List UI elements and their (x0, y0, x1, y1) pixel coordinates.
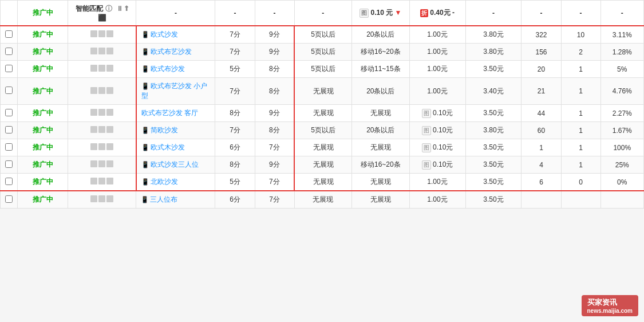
keyword-link[interactable]: 欧式布艺沙发 小户型 (141, 82, 207, 100)
img-block (90, 143, 97, 150)
row-keyword-cell: 欧式布艺沙发 (136, 44, 215, 61)
row-pos1: 无展现 (294, 191, 351, 209)
main-table-container: 推广中 智能匹配 ⓘ ⏸ ⬆ ⬛ - - - - 图 0.10 元 ▼ (0, 0, 644, 209)
row-num2: 0 (561, 174, 600, 191)
row-checkbox[interactable] (5, 109, 13, 116)
row-img-cell (68, 122, 136, 139)
row-img-cell (68, 174, 136, 191)
row-checkbox-cell[interactable] (1, 61, 18, 78)
keyword-link[interactable]: 欧式布艺沙发 (151, 48, 192, 56)
row-score1: 5分 (215, 174, 255, 191)
header-price2: 折 0.40元 - (409, 1, 465, 26)
row-status: 推广中 (18, 78, 68, 105)
row-rate (600, 191, 643, 209)
header-checkbox-cell (1, 1, 18, 26)
status-label: 推广中 (33, 65, 53, 73)
row-num1: 4 (521, 156, 561, 174)
export-icon[interactable]: ⬆ (125, 5, 128, 13)
img-thumbnails (90, 143, 113, 150)
row-status: 推广中 (18, 122, 68, 139)
info-icon[interactable]: ⓘ (105, 5, 112, 13)
header-price1: 图 0.10 元 ▼ (352, 1, 409, 26)
row-checkbox-cell[interactable] (1, 174, 18, 191)
row-score2: 7分 (255, 174, 294, 191)
row-rate: 5% (600, 61, 643, 78)
row-score1: 7分 (215, 78, 255, 105)
row-checkbox[interactable] (5, 195, 13, 203)
row-checkbox-cell[interactable] (1, 122, 18, 139)
row-checkbox-cell[interactable] (1, 139, 18, 156)
row-num2: 10 (561, 26, 600, 44)
img-thumbnails (90, 126, 113, 133)
more-icon[interactable]: ⬛ (98, 14, 106, 22)
keyword-link[interactable]: 欧式沙发三人位 (151, 160, 199, 168)
header-img-label: 智能匹配 (76, 5, 103, 13)
img-block (106, 65, 113, 72)
img-block (106, 30, 113, 37)
img-block (98, 126, 105, 133)
table-row: 推广中欧式木沙发6分7分无展现无展现图 0.10元3.50元11100% (1, 139, 644, 156)
row-checkbox-cell[interactable] (1, 78, 18, 105)
img-block (90, 87, 97, 94)
keyword-link[interactable]: 欧式木沙发 (151, 143, 185, 151)
row-score1: 6分 (215, 191, 255, 209)
row-rate: 100% (600, 139, 643, 156)
img-block (98, 30, 105, 37)
row-checkbox-cell[interactable] (1, 191, 18, 209)
row-num2: 2 (561, 44, 600, 61)
row-checkbox[interactable] (5, 160, 13, 168)
pause-icon[interactable]: ⏸ (116, 5, 123, 13)
row-checkbox-cell[interactable] (1, 156, 18, 174)
keyword-link[interactable]: 三人位布 (150, 195, 177, 203)
table-row: 推广中欧式沙发7分9分5页以后20条以后1.00元3.80元322103.11% (1, 26, 644, 44)
row-checkbox-cell[interactable] (1, 44, 18, 61)
row-img-cell (68, 105, 136, 122)
row-score2: 9分 (255, 156, 294, 174)
img-block (106, 109, 113, 116)
table-row: 推广中欧式布艺沙发 客厅8分9分无展现无展现图 0.10元3.50元4412.2… (1, 105, 644, 122)
img-thumbnails (90, 109, 113, 116)
row-checkbox[interactable] (5, 87, 13, 94)
row-checkbox[interactable] (5, 126, 13, 133)
img-block (90, 195, 97, 202)
row-checkbox-cell[interactable] (1, 26, 18, 44)
mobile-icon (141, 143, 151, 151)
mobile-icon (141, 65, 151, 73)
row-price1: 1.00元 (409, 174, 465, 191)
status-label: 推广中 (33, 30, 53, 38)
row-num1 (521, 191, 561, 209)
status-label: 推广中 (33, 126, 53, 134)
keyword-link[interactable]: 欧式布沙发 (151, 65, 185, 73)
status-label: 推广中 (33, 160, 53, 168)
keyword-link[interactable]: 简欧沙发 (151, 126, 178, 134)
row-keyword-cell: 简欧沙发 (136, 122, 215, 139)
row-checkbox[interactable] (5, 178, 13, 185)
status-label: 推广中 (33, 109, 53, 117)
row-score1: 8分 (215, 156, 255, 174)
keyword-link[interactable]: 北欧沙发 (151, 178, 178, 186)
row-img-cell (68, 44, 136, 61)
keyword-link[interactable]: 欧式布艺沙发 客厅 (141, 109, 198, 117)
keyword-link[interactable]: 欧式沙发 (151, 30, 178, 38)
row-checkbox-cell[interactable] (1, 105, 18, 122)
row-status: 推广中 (18, 105, 68, 122)
table-row: 推广中三人位布6分7分无展现无展现1.00元3.50元 (1, 191, 644, 209)
header-score2: - (215, 1, 255, 26)
img-thumbnails (90, 65, 113, 72)
row-num2: 1 (561, 78, 600, 105)
row-checkbox[interactable] (5, 48, 13, 55)
row-rate: 1.28% (600, 44, 643, 61)
row-pos2: 无展现 (352, 139, 409, 156)
price1-badge: 图 (359, 9, 369, 18)
row-checkbox[interactable] (5, 143, 13, 151)
row-checkbox[interactable] (5, 65, 13, 72)
row-checkbox[interactable] (5, 30, 13, 38)
row-rate: 4.76% (600, 78, 643, 105)
header-num2: - (521, 1, 561, 26)
table-body: 推广中欧式沙发7分9分5页以后20条以后1.00元3.80元322103.11%… (1, 26, 644, 209)
row-img-cell (68, 191, 136, 209)
row-pos2: 无展现 (352, 105, 409, 122)
row-keyword-cell: 欧式布沙发 (136, 61, 215, 78)
row-img-cell (68, 26, 136, 44)
row-price1: 1.00元 (409, 44, 465, 61)
